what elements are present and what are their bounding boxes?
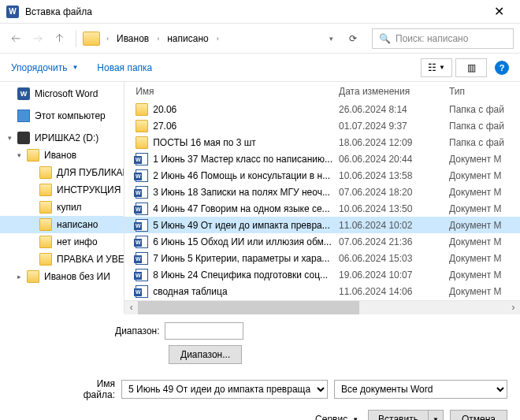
close-button[interactable]: ✕ — [481, 0, 517, 24]
folder-icon — [136, 103, 148, 116]
tree-item[interactable]: Этот компьютер — [0, 107, 124, 125]
tree-item-label: нет инфо — [57, 236, 98, 247]
scroll-left-icon[interactable]: ‹ — [124, 301, 138, 314]
file-row[interactable]: 27.0601.07.2024 9:37Папка с фай — [124, 117, 520, 134]
file-type: Документ M — [449, 220, 520, 231]
organize-label: Упорядочить — [11, 62, 67, 73]
pc-icon — [17, 110, 30, 122]
file-date: 10.06.2024 13:50 — [339, 203, 449, 214]
tree-item-label: купил — [57, 202, 82, 213]
tree-item[interactable]: купил — [0, 199, 124, 216]
expand-icon[interactable]: ▸ — [17, 273, 25, 281]
file-row[interactable]: 7 Июнь 5 Критерии, параметры и хара...06… — [124, 250, 520, 266]
tree-item[interactable]: написано — [0, 216, 124, 233]
tree-item[interactable]: ▸Иванов без ИИ — [0, 268, 124, 285]
col-type[interactable]: Тип — [449, 86, 520, 97]
folder-icon — [39, 201, 52, 214]
up-button[interactable]: 🡡 — [50, 29, 69, 48]
breadcrumb-seg[interactable]: Иванов — [112, 29, 154, 48]
file-list[interactable]: 20.0626.06.2024 8:14Папка с фай27.0601.0… — [124, 101, 520, 300]
chevron-right-icon[interactable]: › — [103, 35, 112, 43]
file-row[interactable]: 3 Июнь 18 Записки на полях МГУ неоч...07… — [124, 184, 520, 200]
new-folder-button[interactable]: Новая папка — [97, 62, 152, 73]
col-date[interactable]: Дата изменения — [339, 86, 449, 97]
folder-icon — [39, 166, 52, 179]
file-name: 3 Июнь 18 Записки на полях МГУ неоч... — [153, 187, 339, 198]
file-row[interactable]: ПОСТЫ 16 мая по 3 шт18.06.2024 12:09Папк… — [124, 134, 520, 151]
folder-icon — [39, 184, 52, 196]
file-filter[interactable]: Все документы Word — [334, 380, 507, 399]
expand-icon[interactable]: ▾ — [17, 151, 25, 159]
tree-item[interactable]: нет инфо — [0, 233, 124, 251]
file-type: Документ M — [449, 187, 520, 198]
tree-item[interactable]: ДЛЯ ПУБЛИКАЦИИ — [0, 164, 124, 181]
file-row[interactable]: сводная таблица11.06.2024 14:06Документ … — [124, 283, 520, 299]
file-date: 01.07.2024 9:37 — [339, 121, 449, 132]
range-button[interactable]: Диапазон... — [169, 345, 242, 364]
folder-icon — [83, 32, 100, 46]
tree-item[interactable]: ▾Иванов — [0, 147, 124, 164]
forward-button[interactable]: 🡢 — [28, 29, 47, 48]
insert-button[interactable]: Вставить ▼ — [368, 410, 444, 420]
column-headers[interactable]: Имя Дата изменения Тип — [124, 82, 520, 101]
file-row[interactable]: 2 Июнь 46 Помощь и консультации в н...10… — [124, 167, 520, 184]
chevron-down-icon: ▼ — [72, 64, 78, 71]
new-folder-label: Новая папка — [97, 62, 152, 73]
tree-item-label: написано — [57, 219, 98, 230]
address-dropdown[interactable]: ▾ — [321, 29, 340, 48]
word-doc-icon — [136, 236, 148, 248]
search-icon: 🔍 — [379, 33, 391, 44]
insert-label[interactable]: Вставить — [369, 411, 429, 420]
file-date: 11.06.2024 10:02 — [339, 220, 449, 231]
word-doc-icon — [136, 252, 148, 265]
tree-item[interactable]: WMicrosoft Word — [0, 85, 124, 102]
file-type: Документ M — [449, 269, 520, 281]
file-date: 11.06.2024 14:06 — [339, 286, 449, 297]
chevron-down-icon: ▼ — [352, 416, 358, 421]
file-row[interactable]: 4 Июнь 47 Говорим на одном языке се...10… — [124, 200, 520, 217]
folder-tree[interactable]: WMicrosoft WordЭтот компьютер▾ИРИШКА2 (D… — [0, 82, 124, 314]
horizontal-scrollbar[interactable]: ‹ › — [124, 300, 520, 314]
view-mode-button[interactable]: ☷ ▼ — [421, 58, 452, 77]
scroll-right-icon[interactable]: › — [507, 301, 520, 314]
range-input[interactable] — [165, 322, 243, 340]
folder-icon — [27, 270, 39, 283]
back-button[interactable]: 🡠 — [6, 29, 25, 48]
organize-menu[interactable]: Упорядочить ▼ — [11, 62, 78, 73]
expand-icon[interactable]: ▾ — [8, 134, 16, 142]
scroll-thumb[interactable] — [138, 301, 359, 314]
drive-icon — [17, 132, 30, 144]
col-name[interactable]: Имя — [136, 86, 339, 97]
folder-icon — [27, 149, 39, 162]
file-name: 27.06 — [153, 121, 339, 132]
preview-pane-button[interactable]: ▥ — [455, 58, 487, 77]
file-name: 6 Июнь 15 Обход ИИ или иллюзия обм... — [153, 236, 339, 247]
tree-item-label: Этот компьютер — [35, 110, 106, 121]
service-menu[interactable]: Сервис ▼ — [315, 414, 358, 420]
word-icon: W — [17, 87, 30, 100]
file-row[interactable]: 6 Июнь 15 Обход ИИ или иллюзия обм...07.… — [124, 233, 520, 250]
help-button[interactable]: ? — [495, 61, 509, 75]
tree-item-label: ДЛЯ ПУБЛИКАЦИИ — [57, 167, 124, 178]
refresh-button[interactable]: ⟳ — [344, 29, 362, 48]
tree-item[interactable]: ▾ИРИШКА2 (D:) — [0, 129, 124, 147]
cancel-button[interactable]: Отмена — [450, 410, 507, 420]
tree-item-label: Иванов без ИИ — [44, 271, 110, 282]
chevron-right-icon[interactable]: › — [154, 35, 162, 43]
search-input[interactable]: 🔍 Поиск: написано — [372, 28, 514, 49]
file-type: Папка с фай — [449, 104, 520, 115]
insert-dropdown[interactable]: ▼ — [429, 411, 443, 420]
tree-item[interactable]: ИНСТРУКЦИЯ — [0, 181, 124, 199]
address-bar[interactable]: › Иванов › написано › — [83, 29, 318, 48]
tree-item-label: ПРАВКА И УВЕ — [57, 254, 124, 265]
breadcrumb-seg[interactable]: написано — [162, 29, 213, 48]
file-row[interactable]: 5 Июнь 49 От идеи до импакта превра...11… — [124, 217, 520, 233]
chevron-right-icon[interactable]: › — [214, 35, 222, 43]
file-row[interactable]: 8 Июнь 24 Специфика подготовки соц...19.… — [124, 266, 520, 283]
file-name: 8 Июнь 24 Специфика подготовки соц... — [153, 269, 339, 281]
folder-icon — [39, 236, 52, 248]
tree-item[interactable]: ПРАВКА И УВЕ — [0, 251, 124, 268]
file-row[interactable]: 1 Июнь 37 Мастер класс по написанию...06… — [124, 151, 520, 167]
file-row[interactable]: 20.0626.06.2024 8:14Папка с фай — [124, 101, 520, 117]
filename-input[interactable]: 5 Июнь 49 От идеи до импакта превраща — [121, 380, 328, 399]
